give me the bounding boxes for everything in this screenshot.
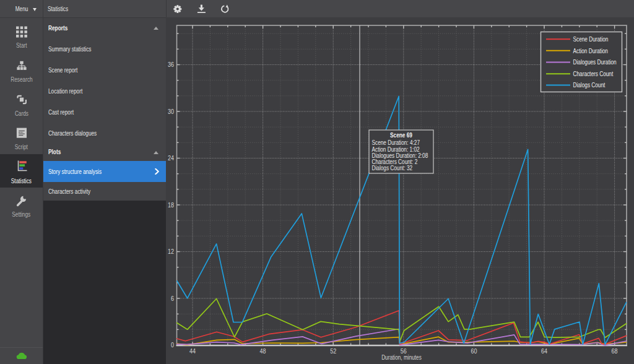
svg-text:52: 52 [330,347,336,355]
svg-text:36: 36 [168,61,174,68]
svg-text:24: 24 [168,154,174,162]
svg-text:68: 68 [612,347,618,355]
svg-text:12: 12 [168,248,174,255]
svg-text:6: 6 [171,295,174,302]
svg-text:44: 44 [189,347,196,355]
svg-text:64: 64 [541,347,547,355]
svg-text:18: 18 [168,201,174,209]
svg-text:Characters Count: Characters Count [573,70,614,77]
svg-text:Scene Duration: Scene Duration [573,35,609,43]
svg-text:Dialogues Duration: Dialogues Duration [573,58,617,66]
svg-text:30: 30 [168,108,174,115]
svg-text:48: 48 [260,347,266,355]
svg-text:Duration, minutes: Duration, minutes [381,353,422,361]
svg-text:Dialogs Count: 32: Dialogs Count: 32 [372,164,413,171]
svg-text:60: 60 [471,347,477,355]
svg-text:Dialogs Count: Dialogs Count [573,81,606,89]
svg-text:Action Duration: Action Duration [573,47,608,54]
svg-text:0: 0 [171,341,174,349]
svg-text:Scene 69: Scene 69 [390,131,412,139]
